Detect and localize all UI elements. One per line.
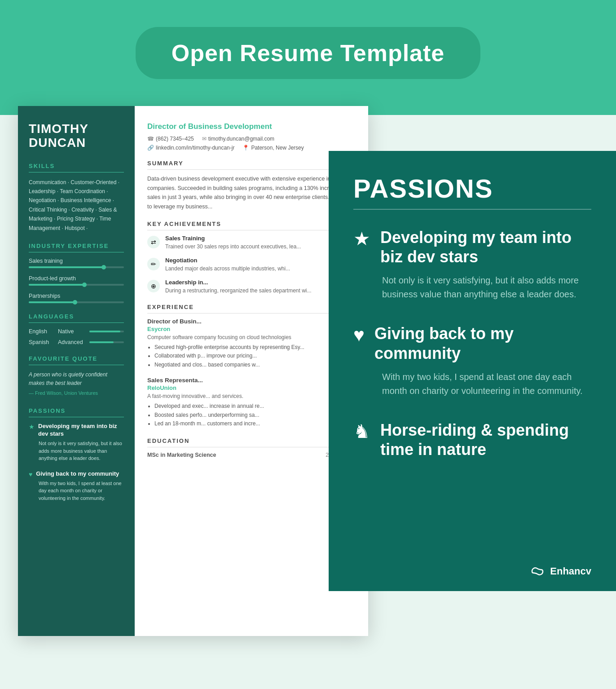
exp-role-0: Director of Busin...	[147, 318, 356, 325]
contact-row: ☎ (862) 7345–425 ✉ timothy.duncan@gmail.…	[147, 136, 356, 151]
passion-block-2: ♞ Horse-riding & spending time in nature	[353, 420, 591, 459]
location-icon: 📍	[242, 145, 249, 151]
expertise-bar-dot-0	[101, 265, 106, 269]
passion-sidebar-item-0: ★ Developing my team into biz dev stars …	[29, 423, 124, 462]
passions-panel-title: PASSIONS	[353, 173, 591, 203]
expertise-label-2: Partnerships	[29, 293, 124, 299]
expertise-bar-fill-1	[29, 284, 86, 286]
passion-block-header-0: ★ Developing my team into biz dev stars	[353, 228, 591, 266]
exp-block-0: Director of Busin... Esycron Computer so…	[147, 318, 356, 370]
lang-level-0: Native	[58, 328, 85, 335]
expertise-bar-fill-2	[29, 301, 76, 303]
quote-author: — Fred Wilson, Union Ventures	[29, 390, 124, 396]
lang-bar-fill-1	[89, 341, 114, 343]
lang-bar-0	[89, 331, 124, 332]
achievement-desc-2: During a restructuring, reorganized the …	[165, 287, 312, 295]
experience-rule	[147, 313, 356, 314]
expertise-bar-dot-2	[73, 300, 77, 305]
achievement-content-0: Sales Training Trained over 30 sales rep…	[165, 235, 301, 251]
exp-role-1: Sales Representa...	[147, 377, 356, 384]
edu-degree-0: MSc in Marketing Science	[147, 452, 216, 458]
expertise-bar-track-1	[29, 284, 124, 286]
enhancv-brand: Enhancv	[528, 565, 591, 578]
passion-sidebar-header-0: ★ Developing my team into biz dev stars	[29, 423, 124, 438]
achievement-title-2: Leadership in...	[165, 279, 312, 286]
expertise-item-0: Sales training	[29, 258, 124, 268]
achievement-icon-symbol-0: ⇄	[151, 238, 156, 246]
passion-block-header-2: ♞ Horse-riding & spending time in nature	[353, 420, 591, 459]
achievement-icon-1: ✏	[147, 258, 160, 270]
skills-section-title: SKILLS	[29, 163, 124, 169]
location-text: Paterson, New Jersey	[251, 145, 304, 151]
summary-rule	[147, 169, 356, 170]
header-section: Open Resume Template	[0, 0, 616, 115]
education-heading: EDUCATION	[147, 437, 356, 444]
skills-text: Communication · Customer-Oriented · Lead…	[29, 178, 124, 233]
expertise-item-1: Product-led growth	[29, 275, 124, 286]
expertise-bar-dot-1	[82, 283, 87, 287]
achievement-icon-symbol-1: ✏	[151, 261, 156, 268]
achievement-item-2: ⊕ Leadership in... During a restructurin…	[147, 279, 356, 295]
lang-bar-1	[89, 341, 124, 343]
achievement-item-0: ⇄ Sales Training Trained over 30 sales r…	[147, 235, 356, 251]
expertise-divider	[29, 252, 124, 252]
passion-sidebar-item-1: ♥ Giving back to my community With my tw…	[29, 470, 124, 502]
enhancv-logo	[528, 565, 546, 578]
phone-icon: ☎	[147, 136, 154, 142]
passion-block-desc-1: With my two kids, I spend at least one d…	[382, 370, 591, 398]
contact-location: 📍 Paterson, New Jersey	[242, 145, 304, 151]
passions-sidebar-title: PASSIONS	[29, 407, 124, 414]
achievement-icon-2: ⊕	[147, 280, 160, 292]
name-line2: DUNCAN	[29, 136, 86, 150]
exp-company-0: Esycron	[147, 326, 356, 332]
passion-sidebar-title-0: Developing my team into biz dev stars	[38, 423, 124, 438]
passion-sidebar-desc-0: Not only is it very satisfying, but it a…	[29, 440, 124, 462]
lang-name-0: English	[29, 328, 53, 335]
expertise-section-title: INDUSTRY EXPERTISE	[29, 243, 124, 249]
exp-bullets-0: Secured high-profile enterprise accounts…	[147, 343, 356, 370]
achievement-item-1: ✏ Negotiation Landed major deals across …	[147, 257, 356, 273]
contact-phone: ☎ (862) 7345–425	[147, 136, 194, 142]
edu-row-0: MSc in Marketing Science 2006 - 2007	[147, 452, 356, 458]
language-row-0: English Native	[29, 328, 124, 335]
passion-block-0: ★ Developing my team into biz dev stars …	[353, 228, 591, 301]
skills-divider	[29, 172, 124, 172]
email-text: timothy.duncan@gmail.com	[208, 136, 274, 142]
passions-panel: PASSIONS ★ Developing my team into biz d…	[329, 151, 616, 591]
quote-divider	[29, 365, 124, 365]
enhancv-brand-name: Enhancv	[550, 565, 591, 577]
exp-bullet-1-0: Developed and exec... increase in annual…	[154, 402, 356, 411]
languages-divider	[29, 322, 124, 323]
enhancv-logo-svg	[528, 565, 546, 578]
passion-star-icon: ★	[29, 423, 35, 430]
exp-bullet-0-0: Secured high-profile enterprise accounts…	[154, 343, 356, 352]
resume-card: TIMOTHY DUNCAN SKILLS Communication · Cu…	[18, 106, 368, 636]
phone-text: (862) 7345–425	[156, 136, 194, 142]
linkedin-icon: 🔗	[147, 145, 154, 151]
lang-bar-fill-0	[89, 331, 120, 332]
lang-level-1: Advanced	[58, 339, 85, 345]
summary-heading: SUMMARY	[147, 160, 356, 167]
expertise-label-1: Product-led growth	[29, 275, 124, 282]
quote-text: A person who is quietly confident makes …	[29, 371, 124, 388]
contact-email: ✉ timothy.duncan@gmail.com	[202, 136, 274, 142]
job-title: Director of Business Development	[147, 122, 356, 131]
resume-sidebar: TIMOTHY DUNCAN SKILLS Communication · Cu…	[18, 106, 135, 636]
exp-bullet-1-2: Led an 18-month m... customers and incre…	[154, 420, 356, 428]
passion-sidebar-desc-1: With my two kids, I spend at least one d…	[29, 480, 124, 502]
languages-section-title: LANGUAGES	[29, 313, 124, 320]
passion-horse-icon: ♞	[353, 422, 370, 441]
passion-block-1: ♥ Giving back to my community With my tw…	[353, 324, 591, 398]
name-line1: TIMOTHY	[29, 122, 88, 136]
achievement-content-2: Leadership in... During a restructuring,…	[165, 279, 312, 295]
exp-block-1: Sales Representa... ReloUnion A fast-mov…	[147, 377, 356, 428]
achievements-heading: KEY ACHIEVEMENTS	[147, 221, 356, 227]
passion-block-title-0: Developing my team into biz dev stars	[380, 228, 591, 266]
expertise-label-0: Sales training	[29, 258, 124, 264]
summary-text: Data-driven business development executi…	[147, 174, 356, 212]
achievement-desc-0: Trained over 30 sales reps into account …	[165, 243, 301, 251]
achievement-content-1: Negotiation Landed major deals across mu…	[165, 257, 290, 273]
passion-sidebar-header-1: ♥ Giving back to my community	[29, 470, 124, 478]
language-row-1: Spanish Advanced	[29, 339, 124, 345]
contact-linkedin: 🔗 linkedin.com/in/timothy-duncan-jr	[147, 145, 234, 151]
